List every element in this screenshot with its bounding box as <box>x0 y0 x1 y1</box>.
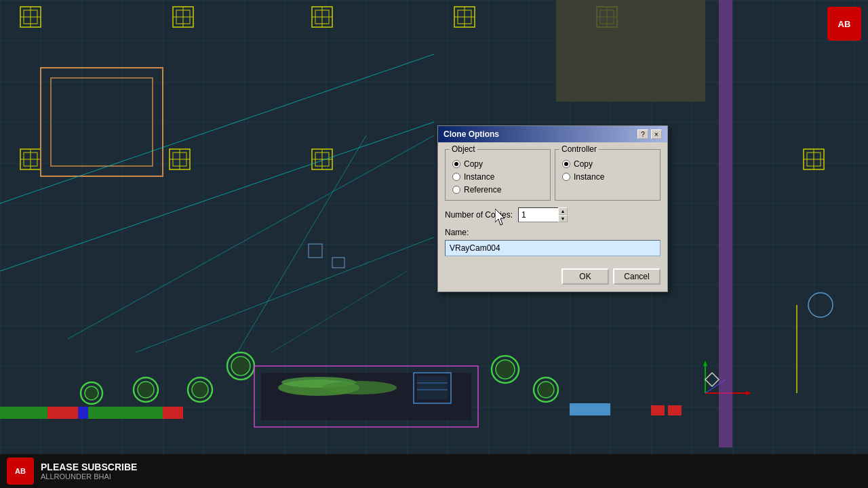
svg-rect-65 <box>102 407 115 419</box>
object-copy-option[interactable]: Copy <box>452 159 543 169</box>
object-group: Object Copy Instance Reference <box>445 149 551 201</box>
object-reference-option[interactable]: Reference <box>452 185 543 195</box>
dialog-title: Clone Options <box>443 129 499 139</box>
svg-rect-45 <box>332 258 344 268</box>
svg-line-38 <box>0 54 434 203</box>
controller-instance-radio[interactable] <box>562 173 570 181</box>
svg-rect-67 <box>129 407 142 419</box>
copies-input[interactable]: 1 <box>518 207 559 222</box>
object-instance-radio[interactable] <box>452 173 460 181</box>
dialog-body: Object Copy Instance Reference <box>438 142 667 268</box>
dialog-footer: OK Cancel <box>438 268 667 291</box>
controller-instance-label: Instance <box>574 172 604 182</box>
svg-marker-88 <box>705 373 719 386</box>
copies-spinner[interactable]: ▲ ▼ <box>558 207 568 222</box>
controller-group: Controller Copy Instance <box>555 149 660 201</box>
cancel-button[interactable]: Cancel <box>613 268 660 285</box>
groups-row: Object Copy Instance Reference <box>445 149 660 201</box>
object-instance-label: Instance <box>464 172 494 182</box>
subscribe-sub: ALLROUNDER BHAI <box>41 472 137 481</box>
object-reference-label: Reference <box>464 185 501 195</box>
svg-rect-44 <box>309 244 322 258</box>
svg-rect-76 <box>417 376 448 400</box>
name-input[interactable] <box>445 240 660 256</box>
bottom-bar: AB PLEASE SUBSCRIBE ALLROUNDER BHAI <box>0 454 868 488</box>
svg-line-41 <box>136 237 434 352</box>
svg-point-74 <box>322 381 397 394</box>
help-button[interactable]: ? <box>637 129 648 139</box>
svg-point-89 <box>808 293 833 317</box>
svg-rect-68 <box>142 407 163 419</box>
close-button[interactable]: × <box>651 129 662 139</box>
controller-copy-option[interactable]: Copy <box>562 159 653 169</box>
channel-logo-bottom: AB <box>7 458 34 485</box>
svg-line-43 <box>271 271 407 352</box>
svg-rect-80 <box>590 403 610 415</box>
svg-rect-60 <box>0 407 47 419</box>
svg-rect-36 <box>41 68 163 176</box>
cad-canvas <box>0 0 868 488</box>
object-copy-label: Copy <box>464 159 483 169</box>
spinner-down[interactable]: ▼ <box>558 215 568 222</box>
svg-rect-63 <box>78 407 88 419</box>
controller-copy-radio[interactable] <box>562 160 570 168</box>
svg-line-42 <box>237 136 366 352</box>
svg-rect-61 <box>47 407 68 419</box>
subscribe-text: PLEASE SUBSCRIBE ALLROUNDER BHAI <box>41 462 137 481</box>
subscribe-main: PLEASE SUBSCRIBE <box>41 462 137 472</box>
cad-background <box>0 0 868 488</box>
svg-rect-82 <box>668 405 682 415</box>
svg-rect-69 <box>163 407 183 419</box>
object-copy-radio[interactable] <box>452 160 460 168</box>
svg-point-55 <box>231 357 250 375</box>
controller-copy-label: Copy <box>574 159 593 169</box>
svg-marker-84 <box>746 391 751 395</box>
copies-row: Number of Copies: 1 ▲ ▼ <box>445 207 660 222</box>
controller-group-label: Controller <box>559 144 599 154</box>
svg-point-59 <box>538 382 554 398</box>
object-group-label: Object <box>450 144 477 154</box>
copies-label: Number of Copies: <box>445 210 513 220</box>
dialog-controls: ? × <box>637 129 662 139</box>
object-reference-radio[interactable] <box>452 186 460 194</box>
spinner-up[interactable]: ▲ <box>558 207 568 215</box>
svg-rect-90 <box>719 0 732 447</box>
svg-point-53 <box>192 382 208 398</box>
svg-line-39 <box>0 122 434 271</box>
svg-point-51 <box>138 382 154 398</box>
object-instance-option[interactable]: Instance <box>452 172 543 182</box>
svg-rect-81 <box>651 405 665 415</box>
dialog-titlebar: Clone Options ? × <box>438 126 667 142</box>
svg-rect-62 <box>68 407 78 419</box>
svg-marker-86 <box>703 361 707 366</box>
controller-instance-option[interactable]: Instance <box>562 172 653 182</box>
svg-rect-37 <box>51 78 153 166</box>
name-label: Name: <box>445 228 660 237</box>
svg-rect-79 <box>570 403 590 415</box>
svg-rect-46 <box>556 0 705 102</box>
svg-rect-64 <box>88 407 102 419</box>
clone-options-dialog: Clone Options ? × Object Copy <box>437 125 668 292</box>
svg-point-49 <box>85 386 98 400</box>
ok-button[interactable]: OK <box>561 268 609 285</box>
svg-point-57 <box>496 360 515 379</box>
channel-logo-top: AB <box>827 7 861 41</box>
svg-rect-66 <box>115 407 129 419</box>
